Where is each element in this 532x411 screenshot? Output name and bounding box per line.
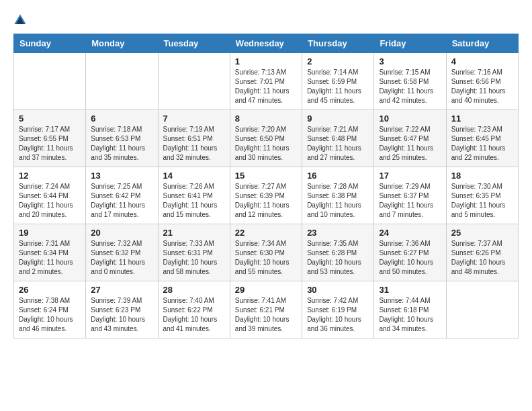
day-number: 14 [163,171,225,181]
calendar-cell: 14Sunrise: 7:26 AM Sunset: 6:41 PM Dayli… [158,167,230,224]
calendar-cell: 11Sunrise: 7:23 AM Sunset: 6:45 PM Dayli… [446,110,518,167]
day-info: Sunrise: 7:26 AM Sunset: 6:41 PM Dayligh… [163,182,225,220]
day-number: 2 [307,56,369,66]
day-number: 5 [19,113,81,124]
calendar-cell: 2Sunrise: 7:14 AM Sunset: 6:59 PM Daylig… [302,53,374,110]
day-number: 21 [163,228,225,238]
calendar-cell: 23Sunrise: 7:35 AM Sunset: 6:28 PM Dayli… [302,224,374,281]
day-info: Sunrise: 7:13 AM Sunset: 7:01 PM Dayligh… [235,68,297,105]
day-number: 16 [307,171,369,181]
calendar-cell: 31Sunrise: 7:44 AM Sunset: 6:18 PM Dayli… [374,281,446,338]
day-info: Sunrise: 7:34 AM Sunset: 6:30 PM Dayligh… [235,239,297,277]
calendar-cell: 17Sunrise: 7:29 AM Sunset: 6:37 PM Dayli… [374,167,446,224]
day-info: Sunrise: 7:20 AM Sunset: 6:50 PM Dayligh… [235,125,297,163]
day-header-wednesday: Wednesday [230,34,302,53]
day-header-friday: Friday [374,34,446,53]
day-number: 3 [379,56,441,66]
day-number: 8 [235,113,297,124]
day-info: Sunrise: 7:42 AM Sunset: 6:19 PM Dayligh… [307,296,369,334]
day-number: 13 [91,171,152,181]
day-number: 11 [451,113,513,124]
calendar-cell: 7Sunrise: 7:19 AM Sunset: 6:51 PM Daylig… [158,110,230,167]
calendar-cell: 4Sunrise: 7:16 AM Sunset: 6:56 PM Daylig… [446,53,518,110]
day-info: Sunrise: 7:33 AM Sunset: 6:31 PM Dayligh… [163,239,225,277]
day-number: 17 [379,171,441,181]
logo [13,13,30,27]
day-info: Sunrise: 7:29 AM Sunset: 6:37 PM Dayligh… [379,182,441,220]
day-info: Sunrise: 7:30 AM Sunset: 6:35 PM Dayligh… [451,182,513,220]
day-info: Sunrise: 7:31 AM Sunset: 6:34 PM Dayligh… [19,239,81,277]
calendar-cell: 8Sunrise: 7:20 AM Sunset: 6:50 PM Daylig… [230,110,302,167]
day-number: 22 [235,228,297,238]
calendar-cell: 21Sunrise: 7:33 AM Sunset: 6:31 PM Dayli… [158,224,230,281]
day-info: Sunrise: 7:44 AM Sunset: 6:18 PM Dayligh… [379,296,441,334]
calendar-cell: 10Sunrise: 7:22 AM Sunset: 6:47 PM Dayli… [374,110,446,167]
calendar-cell: 26Sunrise: 7:38 AM Sunset: 6:24 PM Dayli… [14,281,86,338]
calendar-cell: 13Sunrise: 7:25 AM Sunset: 6:42 PM Dayli… [86,167,158,224]
day-info: Sunrise: 7:16 AM Sunset: 6:56 PM Dayligh… [451,68,513,105]
calendar-cell: 3Sunrise: 7:15 AM Sunset: 6:58 PM Daylig… [374,53,446,110]
day-number: 12 [19,171,81,181]
calendar-cell: 19Sunrise: 7:31 AM Sunset: 6:34 PM Dayli… [14,224,86,281]
day-number: 18 [451,171,513,181]
calendar-cell: 5Sunrise: 7:17 AM Sunset: 6:55 PM Daylig… [14,110,86,167]
day-info: Sunrise: 7:25 AM Sunset: 6:42 PM Dayligh… [91,182,152,220]
calendar-header-row: SundayMondayTuesdayWednesdayThursdayFrid… [14,34,519,53]
day-number: 30 [307,285,369,295]
day-number: 4 [451,56,513,66]
calendar-week-row: 19Sunrise: 7:31 AM Sunset: 6:34 PM Dayli… [14,224,519,281]
calendar-cell [14,53,86,110]
calendar-cell: 1Sunrise: 7:13 AM Sunset: 7:01 PM Daylig… [230,53,302,110]
day-info: Sunrise: 7:36 AM Sunset: 6:27 PM Dayligh… [379,239,441,277]
calendar-cell: 20Sunrise: 7:32 AM Sunset: 6:32 PM Dayli… [86,224,158,281]
day-info: Sunrise: 7:15 AM Sunset: 6:58 PM Dayligh… [379,68,441,105]
day-number: 29 [235,285,297,295]
day-number: 20 [91,228,152,238]
calendar-cell: 12Sunrise: 7:24 AM Sunset: 6:44 PM Dayli… [14,167,86,224]
calendar-week-row: 1Sunrise: 7:13 AM Sunset: 7:01 PM Daylig… [14,53,519,110]
day-header-saturday: Saturday [446,34,518,53]
calendar-week-row: 5Sunrise: 7:17 AM Sunset: 6:55 PM Daylig… [14,110,519,167]
day-number: 10 [379,113,441,124]
calendar-cell: 24Sunrise: 7:36 AM Sunset: 6:27 PM Dayli… [374,224,446,281]
day-info: Sunrise: 7:27 AM Sunset: 6:39 PM Dayligh… [235,182,297,220]
calendar-cell [158,53,230,110]
day-info: Sunrise: 7:17 AM Sunset: 6:55 PM Dayligh… [19,125,81,163]
calendar-cell: 18Sunrise: 7:30 AM Sunset: 6:35 PM Dayli… [446,167,518,224]
calendar-cell: 28Sunrise: 7:40 AM Sunset: 6:22 PM Dayli… [158,281,230,338]
day-info: Sunrise: 7:19 AM Sunset: 6:51 PM Dayligh… [163,125,225,163]
page-header [13,13,519,27]
day-number: 24 [379,228,441,238]
day-header-thursday: Thursday [302,34,374,53]
day-number: 15 [235,171,297,181]
calendar-cell: 15Sunrise: 7:27 AM Sunset: 6:39 PM Dayli… [230,167,302,224]
day-info: Sunrise: 7:35 AM Sunset: 6:28 PM Dayligh… [307,239,369,277]
day-info: Sunrise: 7:32 AM Sunset: 6:32 PM Dayligh… [91,239,152,277]
day-info: Sunrise: 7:40 AM Sunset: 6:22 PM Dayligh… [163,296,225,334]
day-info: Sunrise: 7:21 AM Sunset: 6:48 PM Dayligh… [307,125,369,163]
day-number: 27 [91,285,152,295]
day-info: Sunrise: 7:22 AM Sunset: 6:47 PM Dayligh… [379,125,441,163]
day-number: 25 [451,228,513,238]
calendar-cell: 29Sunrise: 7:41 AM Sunset: 6:21 PM Dayli… [230,281,302,338]
day-info: Sunrise: 7:28 AM Sunset: 6:38 PM Dayligh… [307,182,369,220]
calendar-cell: 22Sunrise: 7:34 AM Sunset: 6:30 PM Dayli… [230,224,302,281]
day-number: 7 [163,113,225,124]
day-number: 23 [307,228,369,238]
calendar-cell: 16Sunrise: 7:28 AM Sunset: 6:38 PM Dayli… [302,167,374,224]
calendar-cell [446,281,518,338]
day-number: 1 [235,56,297,66]
day-info: Sunrise: 7:41 AM Sunset: 6:21 PM Dayligh… [235,296,297,334]
calendar-week-row: 26Sunrise: 7:38 AM Sunset: 6:24 PM Dayli… [14,281,519,338]
day-number: 6 [91,113,152,124]
day-header-tuesday: Tuesday [158,34,230,53]
day-header-sunday: Sunday [14,34,86,53]
day-number: 28 [163,285,225,295]
calendar-cell: 9Sunrise: 7:21 AM Sunset: 6:48 PM Daylig… [302,110,374,167]
day-info: Sunrise: 7:14 AM Sunset: 6:59 PM Dayligh… [307,68,369,105]
day-info: Sunrise: 7:18 AM Sunset: 6:53 PM Dayligh… [91,125,152,163]
day-number: 9 [307,113,369,124]
day-info: Sunrise: 7:24 AM Sunset: 6:44 PM Dayligh… [19,182,81,220]
calendar-cell: 27Sunrise: 7:39 AM Sunset: 6:23 PM Dayli… [86,281,158,338]
calendar-table: SundayMondayTuesdayWednesdayThursdayFrid… [13,34,519,338]
